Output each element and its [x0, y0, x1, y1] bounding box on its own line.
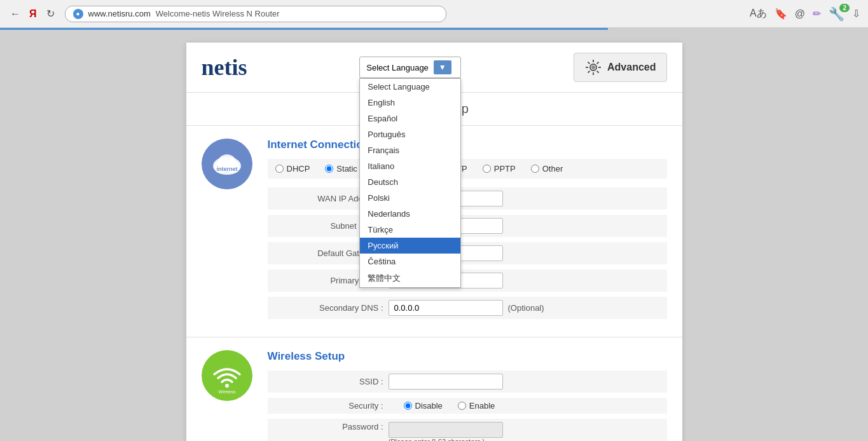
- svg-line-6: [597, 71, 599, 73]
- language-option-de[interactable]: Deutsch: [360, 174, 460, 190]
- static-ip-radio[interactable]: [325, 165, 333, 173]
- router-panel: netis Select Language ▼ Select LanguageE…: [186, 43, 682, 441]
- language-option-zh[interactable]: 繁體中文: [360, 269, 460, 287]
- gateway-row: Default Gateway :: [268, 242, 667, 264]
- bookmark-icon[interactable]: 🔖: [775, 8, 787, 20]
- password-row: Password : (Please enter 8-63 characters…: [268, 419, 667, 441]
- language-option-pl[interactable]: Polski: [360, 190, 460, 206]
- language-selected-label: Select Language: [366, 63, 429, 72]
- radio-pptp[interactable]: PPTP: [483, 164, 516, 173]
- security-enable-label[interactable]: Enable: [458, 401, 495, 410]
- language-option-select[interactable]: Select Language: [360, 79, 460, 95]
- svg-point-9: [591, 65, 595, 69]
- language-option-cs[interactable]: Čeština: [360, 254, 460, 269]
- secondary-dns-row: Secondary DNS : (Optional): [268, 297, 667, 319]
- internet-icon-circle: internet: [202, 139, 252, 189]
- language-option-tr[interactable]: Türkçe: [360, 222, 460, 238]
- address-bar[interactable]: ● www.netisru.com Welcome-netis Wireless…: [65, 6, 446, 22]
- ssid-input[interactable]: [389, 374, 503, 390]
- svg-text:Wireless: Wireless: [218, 390, 235, 394]
- wireless-icon: Wireless: [208, 356, 246, 395]
- connection-type-row: DHCP Static IP PPPoE L2TP PPTP: [268, 159, 667, 179]
- security-disable-label[interactable]: Disable: [404, 401, 443, 410]
- netis-logo: netis: [202, 54, 247, 81]
- password-input[interactable]: [389, 422, 503, 438]
- download-icon[interactable]: ⇩: [852, 8, 860, 20]
- language-option-ru[interactable]: Русский: [360, 238, 460, 254]
- browser-chrome: ← Я ↻ ● www.netisru.com Welcome-netis Wi…: [0, 0, 868, 28]
- back-button[interactable]: ←: [8, 6, 23, 22]
- language-option-en[interactable]: English: [360, 95, 460, 111]
- security-disable-text: Disable: [415, 401, 443, 410]
- language-select-trigger[interactable]: Select Language ▼: [359, 57, 461, 78]
- internet-section-content: Internet Connection Type DHCP Static IP …: [268, 139, 667, 324]
- dropdown-arrow-icon: ▼: [434, 60, 451, 74]
- yandex-logo[interactable]: Я: [29, 8, 37, 20]
- security-label: Security :: [275, 401, 383, 410]
- svg-point-15: [225, 384, 229, 388]
- pen-icon[interactable]: ✏: [813, 8, 821, 20]
- secure-icon: ●: [73, 9, 83, 19]
- language-option-pt[interactable]: Português: [360, 126, 460, 142]
- advanced-label: Advanced: [607, 62, 656, 73]
- dhcp-radio[interactable]: [275, 165, 284, 173]
- advanced-button[interactable]: Advanced: [574, 53, 666, 82]
- security-enable-radio[interactable]: [458, 402, 466, 410]
- svg-line-8: [588, 71, 590, 73]
- secondary-dns-input[interactable]: [389, 300, 503, 316]
- browser-action-bar: Aあ 🔖 @ ✏ 🔧 2 ⇩: [750, 6, 860, 22]
- language-option-es[interactable]: Español: [360, 111, 460, 126]
- subnet-row: Subnet Mask :: [268, 215, 667, 237]
- optional-label: (Optional): [508, 303, 544, 313]
- password-hint: (Please enter 8-63 characters.): [389, 438, 503, 441]
- language-select-wrapper: Select Language ▼ Select LanguageEnglish…: [359, 57, 461, 78]
- secondary-dns-label: Secondary DNS :: [275, 303, 383, 313]
- security-disable-radio[interactable]: [404, 402, 412, 410]
- url-text: www.netisru.com: [88, 9, 151, 18]
- wan-ip-row: WAN IP Address :: [268, 187, 667, 210]
- language-dropdown: Select LanguageEnglishEspañolPortuguêsFr…: [359, 78, 461, 288]
- extension-icon[interactable]: 🔧 2: [829, 6, 844, 22]
- ssid-label: SSID :: [275, 377, 383, 386]
- language-option-it[interactable]: Italiano: [360, 158, 460, 174]
- wireless-section-title: Wireless Setup: [268, 350, 667, 363]
- language-option-fr[interactable]: Français: [360, 142, 460, 158]
- internet-icon: internet: [208, 148, 246, 180]
- page-content: netis Select Language ▼ Select LanguageE…: [0, 30, 868, 441]
- other-radio[interactable]: [531, 165, 539, 173]
- font-size-icon[interactable]: Aあ: [750, 7, 767, 20]
- radio-dhcp[interactable]: DHCP: [275, 164, 310, 173]
- svg-line-7: [597, 62, 599, 64]
- internet-section-title: Internet Connection Type: [268, 139, 667, 151]
- page-title-text: Welcome-netis Wireless N Router: [156, 9, 280, 18]
- gear-icon: [584, 58, 602, 76]
- language-option-nl[interactable]: Nederlands: [360, 206, 460, 222]
- security-enable-text: Enable: [469, 401, 495, 410]
- svg-text:internet: internet: [216, 166, 237, 172]
- at-icon[interactable]: @: [795, 8, 805, 20]
- wireless-section: Wireless Wireless Setup SSID : Security …: [186, 337, 682, 441]
- badge-count: 2: [839, 4, 850, 12]
- refresh-button[interactable]: ↻: [43, 6, 59, 22]
- radio-other[interactable]: Other: [531, 164, 563, 173]
- password-label: Password :: [275, 422, 383, 431]
- pptp-radio[interactable]: [483, 165, 491, 173]
- wireless-section-content: Wireless Setup SSID : Security : Disable: [268, 350, 667, 441]
- ssid-row: SSID :: [268, 370, 667, 393]
- password-field-wrapper: (Please enter 8-63 characters.): [389, 422, 503, 441]
- panel-header: netis Select Language ▼ Select LanguageE…: [186, 43, 682, 93]
- primary-dns-row: Primary DNS :: [268, 269, 667, 292]
- svg-line-5: [588, 62, 590, 64]
- security-row: Security : Disable Enable: [268, 398, 667, 414]
- wireless-icon-circle: Wireless: [202, 350, 252, 401]
